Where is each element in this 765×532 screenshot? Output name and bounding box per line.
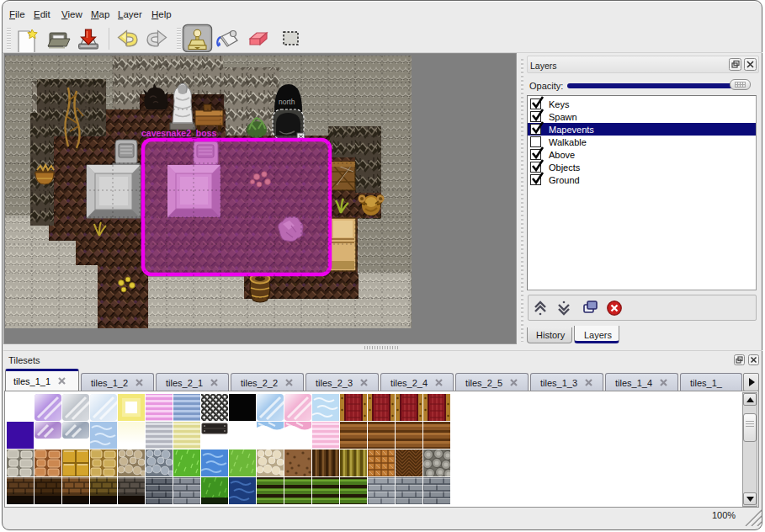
svg-text:north: north	[279, 98, 295, 106]
svg-text:cavesnake2_boss: cavesnake2_boss	[141, 128, 216, 138]
